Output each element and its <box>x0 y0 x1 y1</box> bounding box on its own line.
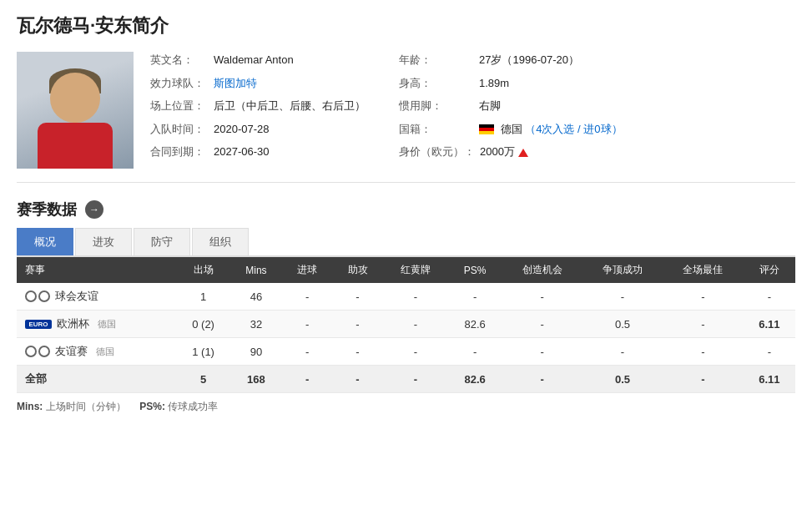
td-competition: 球会友谊 <box>17 283 176 311</box>
season-arrow-button[interactable]: → <box>85 200 103 219</box>
join-label: 入队时间： <box>150 121 209 138</box>
col-assists: 助攻 <box>332 257 382 283</box>
td-apps: 1 <box>176 283 229 311</box>
td-mins: 168 <box>230 366 282 393</box>
tabs-container: 概况 进攻 防守 组织 <box>17 228 795 257</box>
td-competition: 友谊赛 德国 <box>17 338 176 366</box>
table-header-row: 赛事 出场 Mins 进球 助攻 红黄牌 PS% 创造机会 争顶成功 全场最佳 … <box>17 257 795 283</box>
td-rating: - <box>744 283 795 311</box>
td-chances: - <box>502 283 582 311</box>
face-shape <box>50 73 100 123</box>
td-motm: - <box>663 366 743 393</box>
td-goals: - <box>282 366 332 393</box>
value-number: 2000万 <box>480 145 515 158</box>
competition-tag: 德国 <box>98 318 116 331</box>
age-label: 年龄： <box>399 52 474 68</box>
tab-defense[interactable]: 防守 <box>134 228 190 255</box>
td-cards: - <box>383 366 448 393</box>
club-link[interactable]: 斯图加特 <box>214 77 257 89</box>
td-cards: - <box>383 338 448 366</box>
td-assists: - <box>332 311 382 338</box>
td-rating: 6.11 <box>744 311 795 338</box>
tab-attack[interactable]: 进攻 <box>75 228 132 255</box>
td-mins: 32 <box>230 311 282 338</box>
table-row: 友谊赛 德国 1 (1) 90 - - - - - - - - <box>17 338 795 366</box>
competition-name: 球会友谊 <box>55 289 98 304</box>
col-cards: 红黄牌 <box>383 257 448 283</box>
foot-row: 惯用脚： 右脚 <box>399 98 623 114</box>
nationality-label: 国籍： <box>399 121 474 138</box>
competition-cell: 球会友谊 <box>25 289 169 304</box>
td-headers: - <box>583 283 663 311</box>
position-row: 场上位置： 后卫（中后卫、后腰、右后卫） <box>150 98 366 114</box>
td-motm: - <box>663 283 743 311</box>
td-ps: - <box>448 338 502 366</box>
season-title: 赛季数据 <box>17 199 77 220</box>
page-title: 瓦尔德马·安东简介 <box>17 13 795 38</box>
td-goals: - <box>282 283 332 311</box>
english-name-value: Waldemar Anton <box>214 52 294 68</box>
height-value: 1.89m <box>479 75 509 92</box>
contract-row: 合同到期： 2027-06-30 <box>150 144 366 160</box>
td-competition: 全部 <box>17 366 176 393</box>
competition-cell: 友谊赛 德国 <box>25 344 169 359</box>
col-motm: 全场最佳 <box>663 257 743 283</box>
height-label: 身高： <box>399 75 474 92</box>
td-assists: - <box>332 338 382 366</box>
ball-icons <box>25 290 50 302</box>
nationality-value: 德国 （4次入选 / 进0球） <box>479 121 623 138</box>
ball-icon-1 <box>25 290 37 302</box>
col-ps: PS% <box>448 257 502 283</box>
club-row: 效力球队： 斯图加特 <box>150 75 366 92</box>
section-header: 赛季数据 → <box>17 199 795 220</box>
td-motm: - <box>663 311 743 338</box>
td-apps: 5 <box>176 366 229 393</box>
position-value: 后卫（中后卫、后腰、右后卫） <box>214 98 366 114</box>
footnote-mins-text: 上场时间（分钟） <box>46 401 126 412</box>
footnote-ps-label: PS%: <box>139 401 168 412</box>
value-value: 2000万 <box>480 144 528 160</box>
td-assists: - <box>332 366 382 393</box>
player-silhouette <box>17 52 134 169</box>
body-shape <box>38 123 113 169</box>
table-row: 全部 5 168 - - - 82.6 - 0.5 - 6.11 <box>17 366 795 393</box>
nationality-detail: （4次入选 / 进0球） <box>525 123 622 135</box>
ball-icons <box>25 346 50 357</box>
age-row: 年龄： 27岁（1996-07-20） <box>399 52 623 68</box>
col-rating: 评分 <box>744 257 795 283</box>
td-competition: EURO 欧洲杯 德国 <box>17 311 176 338</box>
footnote-mins-label: Mins: <box>17 401 46 412</box>
foot-value: 右脚 <box>479 98 501 114</box>
profile-info: 英文名： Waldemar Anton 效力球队： 斯图加特 场上位置： 后卫（… <box>150 52 795 169</box>
height-row: 身高： 1.89m <box>399 75 623 92</box>
td-assists: - <box>332 283 382 311</box>
footnote-ps-text: 传球成功率 <box>168 401 218 412</box>
contract-value: 2027-06-30 <box>214 144 270 160</box>
td-ps: 82.6 <box>448 366 502 393</box>
col-goals: 进球 <box>282 257 332 283</box>
td-goals: - <box>282 311 332 338</box>
td-apps: 0 (2) <box>176 311 229 338</box>
tab-overview[interactable]: 概况 <box>17 228 73 255</box>
competition-cell: EURO 欧洲杯 德国 <box>25 316 169 331</box>
profile-section: 英文名： Waldemar Anton 效力球队： 斯图加特 场上位置： 后卫（… <box>17 52 795 183</box>
value-row: 身价（欧元）： 2000万 <box>399 144 623 160</box>
club-label: 效力球队： <box>150 75 209 92</box>
td-motm: - <box>663 338 743 366</box>
english-name-label: 英文名： <box>150 52 209 68</box>
competition-name: 全部 <box>25 372 47 385</box>
value-label: 身价（欧元）： <box>399 144 475 160</box>
competition-name: 友谊赛 <box>55 344 88 359</box>
td-goals: - <box>282 338 332 366</box>
ball-icon-2 <box>38 346 50 357</box>
table-row: EURO 欧洲杯 德国 0 (2) 32 - - - 82.6 - 0.5 - … <box>17 311 795 338</box>
ball-icon-2 <box>38 290 50 302</box>
info-col-left: 英文名： Waldemar Anton 效力球队： 斯图加特 场上位置： 后卫（… <box>150 52 366 169</box>
col-mins: Mins <box>230 257 282 283</box>
season-section: 赛季数据 → 概况 进攻 防守 组织 赛事 出场 Mins 进球 助攻 红黄牌 … <box>17 199 795 414</box>
td-headers: 0.5 <box>583 311 663 338</box>
tab-organize[interactable]: 组织 <box>192 228 249 255</box>
competition-name: 欧洲杯 <box>57 316 89 331</box>
contract-label: 合同到期： <box>150 144 209 160</box>
nationality-country: 德国 <box>501 123 522 135</box>
